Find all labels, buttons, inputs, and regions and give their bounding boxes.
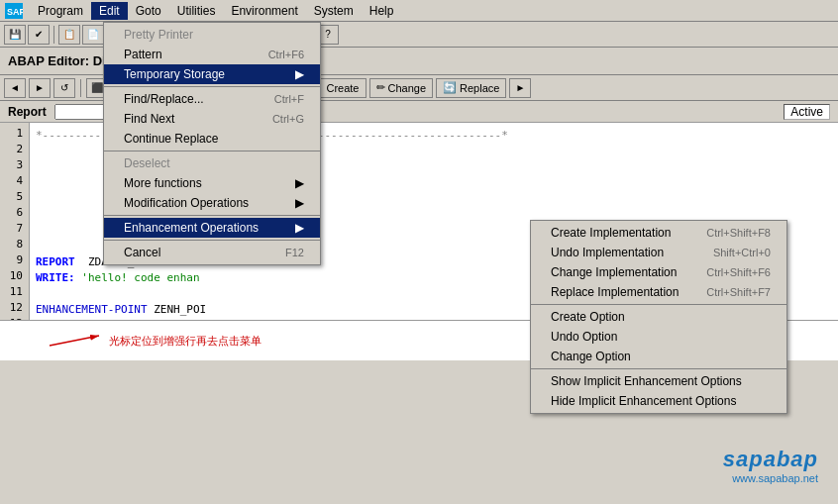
page-title: ABAP Editor: Display Include nts for ZDA… xyxy=(8,53,320,68)
status-field: Active xyxy=(784,104,830,120)
tb2-more[interactable]: ► xyxy=(509,78,531,98)
toolbar2-sep2 xyxy=(237,79,238,97)
code-line-7 xyxy=(36,222,832,238)
menu-goto[interactable]: Goto xyxy=(128,2,169,20)
code-line-12: ENHANCEMENT-POINT ZENH_POI xyxy=(36,301,832,317)
svg-text:SAP: SAP xyxy=(7,7,23,17)
watermark: sapabap www.sapabap.net xyxy=(723,447,818,484)
tb2-c[interactable]: ⬛ xyxy=(136,78,157,98)
code-line-8 xyxy=(36,238,832,253)
svg-line-3 xyxy=(50,336,99,346)
toolbar-sep2 xyxy=(132,26,133,44)
menu-edit[interactable]: Edit xyxy=(91,2,128,20)
code-line-5 xyxy=(36,190,832,206)
code-line-6 xyxy=(36,206,832,222)
tb2-refresh[interactable]: ↺ xyxy=(53,78,75,98)
replace-button[interactable]: 🔄 Replace xyxy=(436,78,506,98)
code-line-9: REPORT ZDAMON_001. xyxy=(36,253,832,269)
code-line-3 xyxy=(36,158,832,174)
tb2-b[interactable]: ⬛ xyxy=(111,78,133,98)
tb2-f[interactable]: ⬛ xyxy=(210,78,232,98)
tb2-d[interactable]: ⬛ xyxy=(160,78,182,98)
annotation-area: 光标定位到增强行再去点击菜单 xyxy=(0,321,838,360)
enh-menu-sep-2 xyxy=(531,368,786,369)
tb-8[interactable]: ? xyxy=(317,25,339,45)
tb-4[interactable]: ⬛ xyxy=(208,25,230,45)
menu-environment[interactable]: Environment xyxy=(223,2,305,20)
tb-5[interactable]: ▥ xyxy=(232,25,254,45)
toolbar2-sep3 xyxy=(296,79,297,97)
pattern-button[interactable]: Pattern xyxy=(243,78,291,98)
report-label: Report xyxy=(8,105,47,119)
tb-paste[interactable]: 📄 xyxy=(82,25,104,45)
toolbar2-sep1 xyxy=(80,79,81,97)
tb-2[interactable]: ▦ xyxy=(160,25,182,45)
create-button[interactable]: 📄 Create xyxy=(302,78,366,98)
replace-icon: 🔄 xyxy=(443,81,457,94)
tb-cut[interactable]: ✂ xyxy=(106,25,128,45)
code-line-2 xyxy=(36,143,832,158)
report-input[interactable] xyxy=(54,104,233,120)
code-editor: 1 2 3 4 5 6 7 8 9 10 11 12 13 *---------… xyxy=(0,123,838,321)
code-line-10: WRITE: 'hello! code enhan xyxy=(36,269,832,285)
tb-check[interactable]: ✔ xyxy=(28,25,50,45)
create-icon: 📄 xyxy=(309,81,323,94)
tb-7[interactable]: ⬛ xyxy=(286,25,308,45)
toolbar1: 💾 ✔ 📋 📄 ✂ ▤ ▦ ▣ ⬛ ▥ ⬚ ⬛ ? xyxy=(0,22,838,48)
line-numbers: 1 2 3 4 5 6 7 8 9 10 11 12 13 xyxy=(0,123,30,320)
toolbar2: ◄ ► ↺ ⬛ ⬛ ⬛ ⬛ ⬛ ⬛ Pattern 📄 Create ✏ Cha… xyxy=(0,75,838,101)
menu-bar: SAP Program Edit Goto Utilities Environm… xyxy=(0,0,838,22)
title-bar: ABAP Editor: Display Include nts for ZDA… xyxy=(0,48,838,75)
tb-save[interactable]: 💾 xyxy=(4,25,26,45)
tb2-back[interactable]: ◄ xyxy=(4,78,26,98)
code-content[interactable]: *---------------------------------------… xyxy=(30,123,838,320)
watermark-logo: sapabap xyxy=(723,447,818,472)
tb-1[interactable]: ▤ xyxy=(137,25,158,45)
change-button[interactable]: ✏ Change xyxy=(369,78,434,98)
menu-program[interactable]: Program xyxy=(30,2,91,20)
tb2-forward[interactable]: ► xyxy=(29,78,51,98)
toolbar-sep1 xyxy=(53,26,54,44)
tb2-e[interactable]: ⬛ xyxy=(185,78,207,98)
menu-system[interactable]: System xyxy=(306,2,362,20)
menu-utilities[interactable]: Utilities xyxy=(169,2,224,20)
tb-6[interactable]: ⬚ xyxy=(262,25,284,45)
change-icon: ✏ xyxy=(376,81,385,94)
code-line-11 xyxy=(36,285,832,301)
toolbar-sep4 xyxy=(312,26,313,44)
menu-item-hide-implicit[interactable]: Hide Implicit Enhancement Options xyxy=(531,391,786,411)
annotation-text: 光标定位到增强行再去点击菜单 xyxy=(109,334,262,349)
tb-copy[interactable]: 📋 xyxy=(58,25,80,45)
annotation-arrow xyxy=(40,326,119,355)
watermark-url: www.sapabap.net xyxy=(723,472,818,484)
menu-item-show-implicit[interactable]: Show Implicit Enhancement Options xyxy=(531,371,786,391)
code-line-1: *---------------------------------------… xyxy=(36,127,832,143)
toolbar-sep3 xyxy=(258,26,259,44)
code-line-4 xyxy=(36,174,832,190)
tb-3[interactable]: ▣ xyxy=(184,25,206,45)
report-bar: Report Active xyxy=(0,101,838,123)
tb2-a[interactable]: ⬛ xyxy=(86,78,108,98)
sap-logo: SAP xyxy=(4,2,24,20)
menu-help[interactable]: Help xyxy=(362,2,402,20)
